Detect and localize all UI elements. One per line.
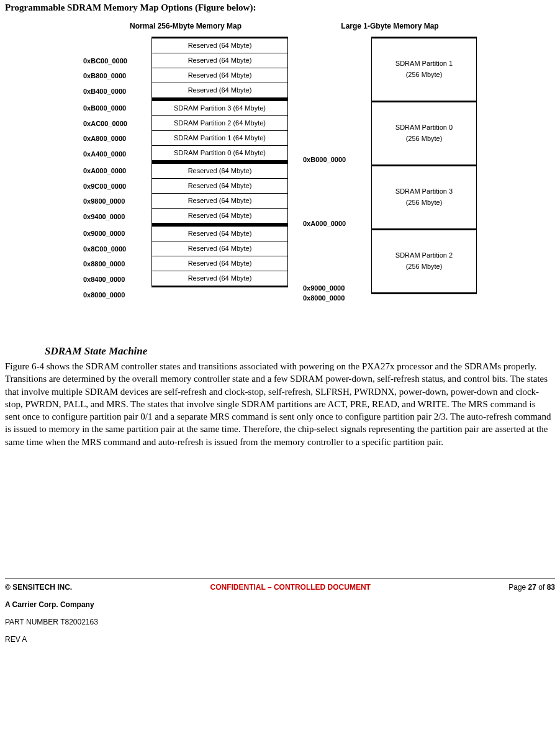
memory-address-label: 0x8400_0000: [83, 272, 151, 287]
memory-address-label: 0xAC00_0000: [83, 116, 151, 131]
page-title: Programmable SDRAM Memory Map Options (F…: [5, 2, 555, 13]
map-256mb-column: Normal 256-Mbyte Memory Map Reserved (64…: [83, 22, 288, 308]
memory-map-cell: SDRAM Partition 0 (64 Mbyte): [151, 146, 288, 162]
memory-map-cell: Reserved (64 Mbyte): [151, 271, 288, 287]
footer-copyright: © SENSITECH INC.: [5, 583, 72, 592]
page-footer: © SENSITECH INC. CONFIDENTIAL – CONTROLL…: [5, 579, 555, 644]
memory-address-label: 0xB800_0000: [83, 68, 151, 83]
memory-map-cell: Reserved (64 Mbyte): [151, 162, 288, 179]
memory-address-label: 0x8800_0000: [83, 256, 151, 271]
memory-address-label: 0xA800_0000: [83, 131, 151, 146]
memory-map-cell: SDRAM Partition 1(256 Mbyte): [371, 37, 477, 101]
memory-map-cell: Reserved (64 Mbyte): [151, 256, 288, 271]
footer-page-number: Page 27 of 83: [508, 583, 555, 592]
footer-confidential: CONFIDENTIAL – CONTROLLED DOCUMENT: [210, 583, 370, 592]
memory-address-label: 0x8000_0000: [303, 294, 371, 308]
memory-address-label: 0x9000_0000: [303, 230, 371, 293]
memory-address-label: [303, 37, 371, 101]
memory-map-cell: SDRAM Partition 2 (64 Mbyte): [151, 116, 288, 131]
memory-address-label: 0xB000_0000: [303, 101, 371, 164]
memory-map-cell: Reserved (64 Mbyte): [151, 241, 288, 256]
memory-address-label: 0x9000_0000: [83, 226, 151, 241]
memory-address-label: 0x8C00_0000: [83, 241, 151, 256]
memory-map-cell: SDRAM Partition 0(256 Mbyte): [371, 101, 477, 164]
memory-address-label: 0xA000_0000: [83, 163, 151, 178]
memory-address-label: [83, 38, 151, 53]
section-heading-sdram-state-machine: SDRAM State Machine: [45, 345, 555, 358]
memory-map-cell: SDRAM Partition 3(256 Mbyte): [371, 164, 477, 228]
memory-address-label: 0xBC00_0000: [83, 53, 151, 68]
memory-address-label: 0xA000_0000: [303, 165, 371, 228]
memory-map-cell: Reserved (64 Mbyte): [151, 194, 288, 209]
footer-company: A Carrier Corp. Company: [5, 600, 555, 609]
memory-map-figure: Normal 256-Mbyte Memory Map Reserved (64…: [5, 22, 555, 308]
footer-partnumber: PART NUMBER T82002163: [5, 618, 555, 626]
memory-address-label: 0x9C00_0000: [83, 179, 151, 194]
memory-map-cell: Reserved (64 Mbyte): [151, 209, 288, 225]
footer-revision: REV A: [5, 635, 555, 644]
memory-map-cell: Reserved (64 Mbyte): [151, 37, 288, 53]
map-1gb-column: Large 1-Gbyte Memory Map SDRAM Partition…: [303, 22, 477, 308]
memory-address-label: 0xB400_0000: [83, 84, 151, 99]
memory-address-label: 0x8000_0000: [83, 287, 151, 302]
memory-map-cell: Reserved (64 Mbyte): [151, 53, 288, 68]
memory-address-label: 0xA400_0000: [83, 146, 151, 161]
memory-map-cell: SDRAM Partition 2(256 Mbyte): [371, 228, 477, 294]
memory-address-label: 0x9400_0000: [83, 209, 151, 224]
memory-address-label: 0x9800_0000: [83, 194, 151, 209]
memory-map-cell: Reserved (64 Mbyte): [151, 83, 288, 99]
memory-map-cell: Reserved (64 Mbyte): [151, 225, 288, 241]
memory-map-cell: SDRAM Partition 3 (64 Mbyte): [151, 99, 288, 116]
map-256mb-title: Normal 256-Mbyte Memory Map: [83, 22, 288, 30]
body-paragraph: Figure 6-4 shows the SDRAM controller st…: [5, 360, 553, 448]
map-1gb-title: Large 1-Gbyte Memory Map: [303, 22, 477, 30]
memory-address-label: 0xB000_0000: [83, 101, 151, 115]
memory-map-cell: SDRAM Partition 1 (64 Mbyte): [151, 131, 288, 146]
memory-map-cell: Reserved (64 Mbyte): [151, 179, 288, 194]
memory-map-cell: Reserved (64 Mbyte): [151, 68, 288, 83]
